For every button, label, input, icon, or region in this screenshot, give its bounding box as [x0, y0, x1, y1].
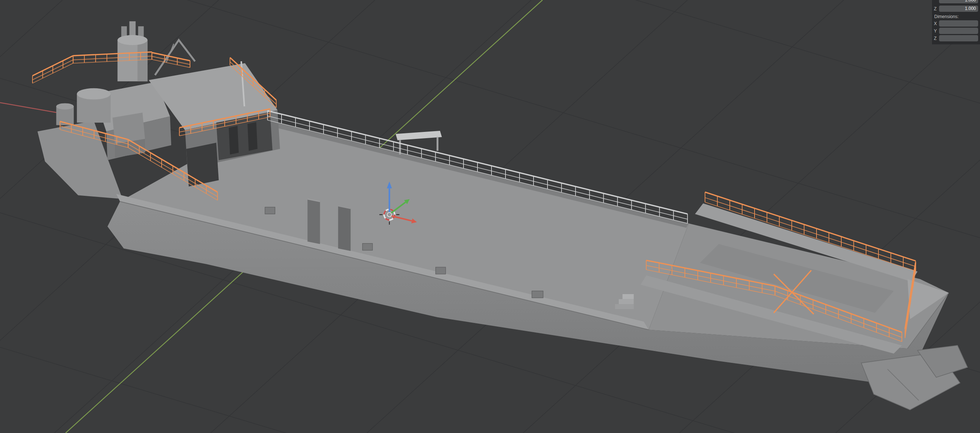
- dark-recess: [186, 142, 219, 187]
- stair-step-3: [622, 294, 633, 299]
- doorway-2: [248, 122, 258, 151]
- viewport-canvas[interactable]: [0, 0, 980, 433]
- scale-y-row: 1.000: [934, 0, 978, 5]
- dimension-x-label: X: [934, 21, 939, 26]
- cleat-2: [362, 243, 372, 251]
- scale-y-field[interactable]: 1.000: [939, 0, 978, 3]
- small-tank-top: [56, 103, 73, 109]
- deck-slab-2[interactable]: [338, 206, 350, 251]
- doorway-1: [229, 126, 239, 155]
- scale-z-label: Z: [934, 6, 939, 11]
- cleat-3: [436, 267, 446, 274]
- bench-top: [396, 131, 442, 140]
- cleat-4: [532, 291, 543, 298]
- funnel-top: [117, 35, 147, 45]
- stair-step-1: [615, 304, 634, 309]
- dimension-y-row: Y: [934, 28, 978, 34]
- scale-y-value: 1.000: [965, 0, 976, 3]
- dimension-y-field[interactable]: [939, 28, 978, 34]
- scale-z-field[interactable]: 1.000: [939, 6, 978, 12]
- x-axis-line: [0, 103, 60, 113]
- tank-top: [77, 88, 110, 99]
- dimension-y-label: Y: [934, 29, 939, 34]
- dimension-x-row: X: [934, 20, 978, 27]
- stair-step-2: [619, 299, 634, 304]
- dimension-z-field[interactable]: [939, 35, 978, 42]
- dimension-z-row: Z: [934, 35, 978, 42]
- dimension-z-label: Z: [934, 36, 939, 41]
- dimensions-label: Dimensions:: [934, 14, 978, 19]
- scale-z-row: Z 1.000: [934, 6, 978, 12]
- sidebar-transform-panel: 1.000 Z 1.000 Dimensions: X Y Z: [932, 0, 980, 44]
- deck-slab-1[interactable]: [307, 199, 320, 244]
- dimension-x-field[interactable]: [939, 20, 978, 27]
- funnel-shade: [138, 40, 148, 81]
- blender-3d-viewport[interactable]: 1.000 Z 1.000 Dimensions: X Y Z: [0, 0, 980, 433]
- scale-z-value: 1.000: [965, 6, 976, 11]
- ship-model[interactable]: [32, 21, 967, 410]
- cleat-1: [265, 207, 275, 214]
